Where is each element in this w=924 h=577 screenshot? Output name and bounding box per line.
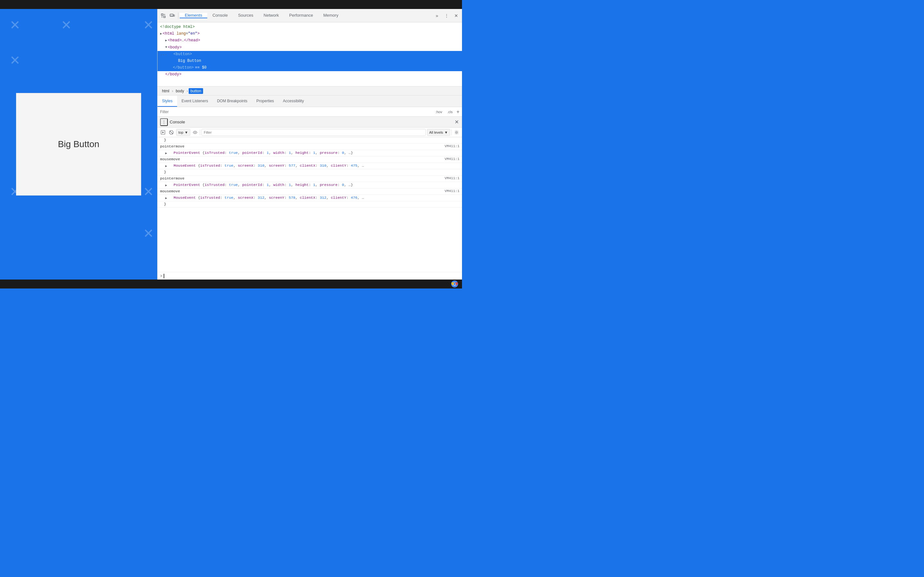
deco-cross-4: ✕ [10,54,21,67]
breadcrumb-bar: html › body › button [158,87,462,95]
console-event-mousemove-2: mousemove VM411:1 ▶ MouseEvent {isTruste… [158,189,462,208]
deco-cross-8: ✕ [143,227,154,240]
stop-icon [169,130,174,135]
breadcrumb-sep-1: › [172,89,173,93]
device-toggle-btn[interactable] [168,11,177,20]
html-line-button-open[interactable]: ... <button> [158,51,462,58]
levels-select[interactable]: All levels ▼ [427,129,450,136]
html-triangle[interactable]: ▶ [160,31,162,37]
play-icon [161,130,165,135]
cls-button[interactable]: .cls [446,109,454,114]
html-line-head[interactable]: ▶ <head> … </head> [158,37,462,44]
expand-icon-2[interactable]: ▶ [165,164,167,168]
console-play-btn[interactable] [160,129,166,136]
close-icon: ✕ [454,13,458,18]
console-eye-btn[interactable] [192,129,199,136]
bottom-bar [0,279,462,288]
html-line-html[interactable]: ▶ <html lang = "en" > [158,31,462,37]
elements-panel: <!doctype html> ▶ <html lang = "en" > ▶ … [158,23,462,87]
more-tabs-btn[interactable]: » [433,11,441,20]
svg-line-10 [170,131,173,134]
devtools-tabs: Elements Console Sources Network Perform… [180,13,433,18]
style-tabs-bar: Styles Event Listeners DOM Breakpoints P… [158,95,462,107]
gear-icon [454,130,459,135]
console-prompt: > [160,274,162,278]
deco-cross-2: ✕ [61,19,72,31]
expand-icon-1[interactable]: ▶ [165,151,167,155]
levels-value: All levels [429,131,443,134]
cursor-icon [161,13,166,18]
context-select[interactable]: top ▼ [176,129,190,136]
big-button-text: Big Button [58,139,99,149]
breadcrumb-body[interactable]: body [174,88,186,94]
html-line-button-text[interactable]: Big Button [158,58,462,64]
tab-network[interactable]: Network [258,13,284,18]
console-sep-2 [451,129,452,135]
devtools-menu-btn[interactable]: ⋮ [442,11,451,20]
add-style-rule-btn[interactable]: + [457,109,459,115]
svg-rect-5 [174,15,174,16]
console-output: } pointermove VM411:1 ▶ PointerEvent {is… [158,137,462,272]
console-header: ⋮ Console ✕ [158,117,462,127]
devtools-panel: Elements Console Sources Network Perform… [157,9,462,279]
html-line-body-close[interactable]: </body> [158,71,462,78]
breadcrumb-sep-2: › [187,89,188,93]
console-event-pointermove-1: pointermove VM411:1 ▶ PointerEvent {isTr… [158,143,462,156]
hov-button[interactable]: :hov [434,109,443,114]
chrome-logo [451,280,458,287]
console-close-btn[interactable]: ✕ [454,118,459,126]
deco-cross-3: ✕ [143,19,154,31]
tab-memory[interactable]: Memory [318,13,344,18]
head-triangle[interactable]: ▶ [165,38,167,43]
more-icon: » [436,13,438,18]
console-row-brace-1: } [158,137,462,143]
console-sep-1 [200,129,200,135]
expand-icon-3[interactable]: ▶ [165,183,167,187]
html-line-doctype: <!doctype html> [158,24,462,31]
svg-rect-0 [162,14,163,15]
style-tab-styles[interactable]: Styles [158,95,177,107]
svg-marker-8 [162,131,164,133]
svg-point-11 [195,132,196,133]
style-tab-event-listeners[interactable]: Event Listeners [177,95,213,107]
console-event-pointermove-2: pointermove VM411:1 ▶ PointerEvent {isTr… [158,176,462,189]
style-tab-dom-breakpoints[interactable]: DOM Breakpoints [212,95,252,107]
html-line-button-close[interactable]: </button> == $0 [158,64,462,71]
menu-dots-icon: ⋮ [444,13,449,18]
tab-console[interactable]: Console [207,13,233,18]
console-settings-btn[interactable] [453,129,460,136]
style-filter-input[interactable] [160,110,431,114]
console-toolbar: top ▼ All levels ▼ [158,127,462,137]
console-drawer-menu-btn[interactable]: ⋮ [160,118,168,126]
body-triangle[interactable]: ▼ [165,45,167,50]
html-line-body[interactable]: ▼ <body> [158,44,462,51]
expand-icon-4[interactable]: ▶ [165,196,167,200]
console-stop-btn[interactable] [168,129,175,136]
console-title: Console [170,119,454,124]
style-tab-accessibility[interactable]: Accessibility [278,95,309,107]
svg-point-16 [454,283,456,285]
console-event-mousemove-1: mousemove VM411:1 ▶ MouseEvent {isTruste… [158,156,462,176]
console-filter-input[interactable] [202,129,426,136]
inspect-icon-btn[interactable] [159,11,168,20]
tab-sources[interactable]: Sources [233,13,258,18]
device-icon [170,13,175,18]
context-value: top [178,131,183,134]
console-cursor [164,274,164,278]
console-input-row: > [158,272,462,279]
chrome-logo-svg [451,280,458,287]
context-dropdown-icon: ▼ [184,131,188,134]
filter-bar: :hov .cls + [158,107,462,117]
devtools-close-btn[interactable]: ✕ [452,11,461,20]
tab-performance[interactable]: Performance [284,13,318,18]
breadcrumb-html[interactable]: html [160,88,171,94]
toolbar-right: » ⋮ ✕ [433,11,461,20]
deco-cross-7: ✕ [143,185,154,198]
style-tab-properties[interactable]: Properties [252,95,278,107]
page-card: Big Button [16,93,141,195]
main-area: ✕ ✕ ✕ ✕ ✕ ✕ ✕ ✕ Big Button [0,9,462,279]
breadcrumb-button[interactable]: button [189,88,203,94]
tab-elements[interactable]: Elements [180,13,207,18]
deco-cross-1: ✕ [10,19,21,31]
svg-rect-4 [170,14,173,16]
